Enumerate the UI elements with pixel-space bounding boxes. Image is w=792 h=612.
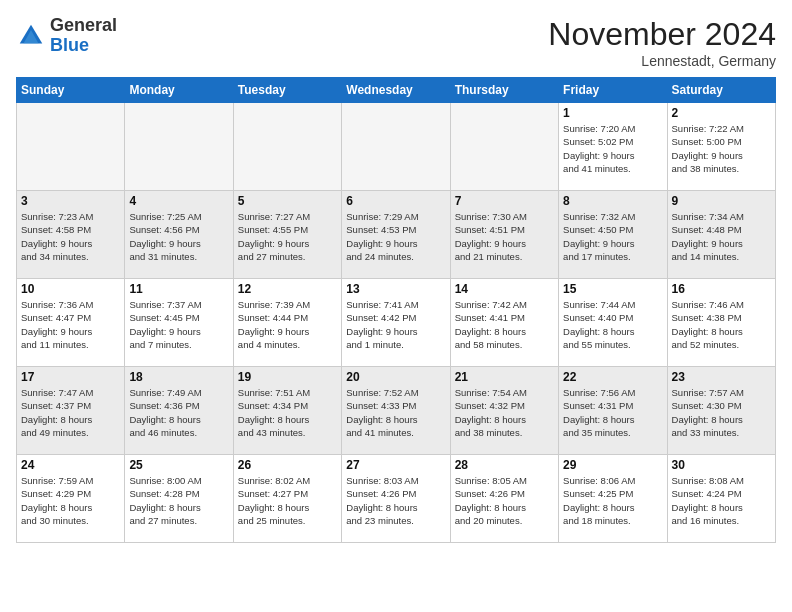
calendar-day: 20Sunrise: 7:52 AM Sunset: 4:33 PM Dayli… bbox=[342, 367, 450, 455]
logo-blue: Blue bbox=[50, 35, 89, 55]
day-number: 26 bbox=[238, 458, 337, 472]
day-info: Sunrise: 7:56 AM Sunset: 4:31 PM Dayligh… bbox=[563, 386, 662, 439]
calendar-day: 27Sunrise: 8:03 AM Sunset: 4:26 PM Dayli… bbox=[342, 455, 450, 543]
day-number: 30 bbox=[672, 458, 771, 472]
day-info: Sunrise: 7:49 AM Sunset: 4:36 PM Dayligh… bbox=[129, 386, 228, 439]
calendar-day: 15Sunrise: 7:44 AM Sunset: 4:40 PM Dayli… bbox=[559, 279, 667, 367]
day-number: 16 bbox=[672, 282, 771, 296]
calendar-day: 22Sunrise: 7:56 AM Sunset: 4:31 PM Dayli… bbox=[559, 367, 667, 455]
day-info: Sunrise: 7:23 AM Sunset: 4:58 PM Dayligh… bbox=[21, 210, 120, 263]
calendar-day: 5Sunrise: 7:27 AM Sunset: 4:55 PM Daylig… bbox=[233, 191, 341, 279]
calendar-day: 19Sunrise: 7:51 AM Sunset: 4:34 PM Dayli… bbox=[233, 367, 341, 455]
col-monday: Monday bbox=[125, 78, 233, 103]
day-number: 21 bbox=[455, 370, 554, 384]
day-number: 29 bbox=[563, 458, 662, 472]
page: General Blue November 2024 Lennestadt, G… bbox=[0, 0, 792, 551]
title-area: November 2024 Lennestadt, Germany bbox=[548, 16, 776, 69]
day-info: Sunrise: 7:27 AM Sunset: 4:55 PM Dayligh… bbox=[238, 210, 337, 263]
calendar-day: 8Sunrise: 7:32 AM Sunset: 4:50 PM Daylig… bbox=[559, 191, 667, 279]
day-number: 8 bbox=[563, 194, 662, 208]
calendar-day: 18Sunrise: 7:49 AM Sunset: 4:36 PM Dayli… bbox=[125, 367, 233, 455]
calendar-day bbox=[233, 103, 341, 191]
header-row: Sunday Monday Tuesday Wednesday Thursday… bbox=[17, 78, 776, 103]
day-info: Sunrise: 8:00 AM Sunset: 4:28 PM Dayligh… bbox=[129, 474, 228, 527]
day-info: Sunrise: 8:05 AM Sunset: 4:26 PM Dayligh… bbox=[455, 474, 554, 527]
calendar-week-0: 1Sunrise: 7:20 AM Sunset: 5:02 PM Daylig… bbox=[17, 103, 776, 191]
calendar-day: 12Sunrise: 7:39 AM Sunset: 4:44 PM Dayli… bbox=[233, 279, 341, 367]
calendar-day: 11Sunrise: 7:37 AM Sunset: 4:45 PM Dayli… bbox=[125, 279, 233, 367]
col-saturday: Saturday bbox=[667, 78, 775, 103]
calendar-day: 16Sunrise: 7:46 AM Sunset: 4:38 PM Dayli… bbox=[667, 279, 775, 367]
day-number: 4 bbox=[129, 194, 228, 208]
day-number: 5 bbox=[238, 194, 337, 208]
day-info: Sunrise: 7:52 AM Sunset: 4:33 PM Dayligh… bbox=[346, 386, 445, 439]
calendar-day bbox=[17, 103, 125, 191]
day-number: 27 bbox=[346, 458, 445, 472]
calendar-day: 9Sunrise: 7:34 AM Sunset: 4:48 PM Daylig… bbox=[667, 191, 775, 279]
day-info: Sunrise: 7:54 AM Sunset: 4:32 PM Dayligh… bbox=[455, 386, 554, 439]
calendar-day bbox=[450, 103, 558, 191]
day-info: Sunrise: 7:44 AM Sunset: 4:40 PM Dayligh… bbox=[563, 298, 662, 351]
day-number: 28 bbox=[455, 458, 554, 472]
day-number: 2 bbox=[672, 106, 771, 120]
calendar: Sunday Monday Tuesday Wednesday Thursday… bbox=[16, 77, 776, 543]
calendar-day: 6Sunrise: 7:29 AM Sunset: 4:53 PM Daylig… bbox=[342, 191, 450, 279]
calendar-day bbox=[125, 103, 233, 191]
calendar-week-4: 24Sunrise: 7:59 AM Sunset: 4:29 PM Dayli… bbox=[17, 455, 776, 543]
calendar-day: 4Sunrise: 7:25 AM Sunset: 4:56 PM Daylig… bbox=[125, 191, 233, 279]
calendar-day: 2Sunrise: 7:22 AM Sunset: 5:00 PM Daylig… bbox=[667, 103, 775, 191]
day-info: Sunrise: 7:37 AM Sunset: 4:45 PM Dayligh… bbox=[129, 298, 228, 351]
day-info: Sunrise: 8:03 AM Sunset: 4:26 PM Dayligh… bbox=[346, 474, 445, 527]
day-number: 12 bbox=[238, 282, 337, 296]
logo-icon bbox=[16, 21, 46, 51]
day-info: Sunrise: 7:34 AM Sunset: 4:48 PM Dayligh… bbox=[672, 210, 771, 263]
day-info: Sunrise: 7:51 AM Sunset: 4:34 PM Dayligh… bbox=[238, 386, 337, 439]
calendar-week-1: 3Sunrise: 7:23 AM Sunset: 4:58 PM Daylig… bbox=[17, 191, 776, 279]
day-number: 11 bbox=[129, 282, 228, 296]
day-number: 6 bbox=[346, 194, 445, 208]
header: General Blue November 2024 Lennestadt, G… bbox=[16, 16, 776, 69]
day-number: 7 bbox=[455, 194, 554, 208]
day-number: 9 bbox=[672, 194, 771, 208]
calendar-day: 17Sunrise: 7:47 AM Sunset: 4:37 PM Dayli… bbox=[17, 367, 125, 455]
day-info: Sunrise: 8:08 AM Sunset: 4:24 PM Dayligh… bbox=[672, 474, 771, 527]
month-title: November 2024 bbox=[548, 16, 776, 53]
day-number: 14 bbox=[455, 282, 554, 296]
day-number: 20 bbox=[346, 370, 445, 384]
day-info: Sunrise: 7:47 AM Sunset: 4:37 PM Dayligh… bbox=[21, 386, 120, 439]
day-info: Sunrise: 7:36 AM Sunset: 4:47 PM Dayligh… bbox=[21, 298, 120, 351]
day-info: Sunrise: 8:02 AM Sunset: 4:27 PM Dayligh… bbox=[238, 474, 337, 527]
day-number: 17 bbox=[21, 370, 120, 384]
day-number: 24 bbox=[21, 458, 120, 472]
day-info: Sunrise: 7:46 AM Sunset: 4:38 PM Dayligh… bbox=[672, 298, 771, 351]
calendar-day: 7Sunrise: 7:30 AM Sunset: 4:51 PM Daylig… bbox=[450, 191, 558, 279]
calendar-header: Sunday Monday Tuesday Wednesday Thursday… bbox=[17, 78, 776, 103]
calendar-day: 26Sunrise: 8:02 AM Sunset: 4:27 PM Dayli… bbox=[233, 455, 341, 543]
col-tuesday: Tuesday bbox=[233, 78, 341, 103]
calendar-day: 24Sunrise: 7:59 AM Sunset: 4:29 PM Dayli… bbox=[17, 455, 125, 543]
location: Lennestadt, Germany bbox=[548, 53, 776, 69]
day-info: Sunrise: 7:32 AM Sunset: 4:50 PM Dayligh… bbox=[563, 210, 662, 263]
day-info: Sunrise: 7:59 AM Sunset: 4:29 PM Dayligh… bbox=[21, 474, 120, 527]
day-info: Sunrise: 8:06 AM Sunset: 4:25 PM Dayligh… bbox=[563, 474, 662, 527]
col-wednesday: Wednesday bbox=[342, 78, 450, 103]
col-sunday: Sunday bbox=[17, 78, 125, 103]
logo-general: General bbox=[50, 15, 117, 35]
day-info: Sunrise: 7:22 AM Sunset: 5:00 PM Dayligh… bbox=[672, 122, 771, 175]
calendar-day: 28Sunrise: 8:05 AM Sunset: 4:26 PM Dayli… bbox=[450, 455, 558, 543]
calendar-day: 14Sunrise: 7:42 AM Sunset: 4:41 PM Dayli… bbox=[450, 279, 558, 367]
day-info: Sunrise: 7:42 AM Sunset: 4:41 PM Dayligh… bbox=[455, 298, 554, 351]
calendar-week-3: 17Sunrise: 7:47 AM Sunset: 4:37 PM Dayli… bbox=[17, 367, 776, 455]
calendar-day: 10Sunrise: 7:36 AM Sunset: 4:47 PM Dayli… bbox=[17, 279, 125, 367]
calendar-day: 3Sunrise: 7:23 AM Sunset: 4:58 PM Daylig… bbox=[17, 191, 125, 279]
day-number: 22 bbox=[563, 370, 662, 384]
calendar-day: 23Sunrise: 7:57 AM Sunset: 4:30 PM Dayli… bbox=[667, 367, 775, 455]
col-thursday: Thursday bbox=[450, 78, 558, 103]
calendar-day: 1Sunrise: 7:20 AM Sunset: 5:02 PM Daylig… bbox=[559, 103, 667, 191]
logo-text: General Blue bbox=[50, 16, 117, 56]
day-info: Sunrise: 7:20 AM Sunset: 5:02 PM Dayligh… bbox=[563, 122, 662, 175]
day-number: 18 bbox=[129, 370, 228, 384]
day-info: Sunrise: 7:57 AM Sunset: 4:30 PM Dayligh… bbox=[672, 386, 771, 439]
day-info: Sunrise: 7:25 AM Sunset: 4:56 PM Dayligh… bbox=[129, 210, 228, 263]
day-info: Sunrise: 7:41 AM Sunset: 4:42 PM Dayligh… bbox=[346, 298, 445, 351]
